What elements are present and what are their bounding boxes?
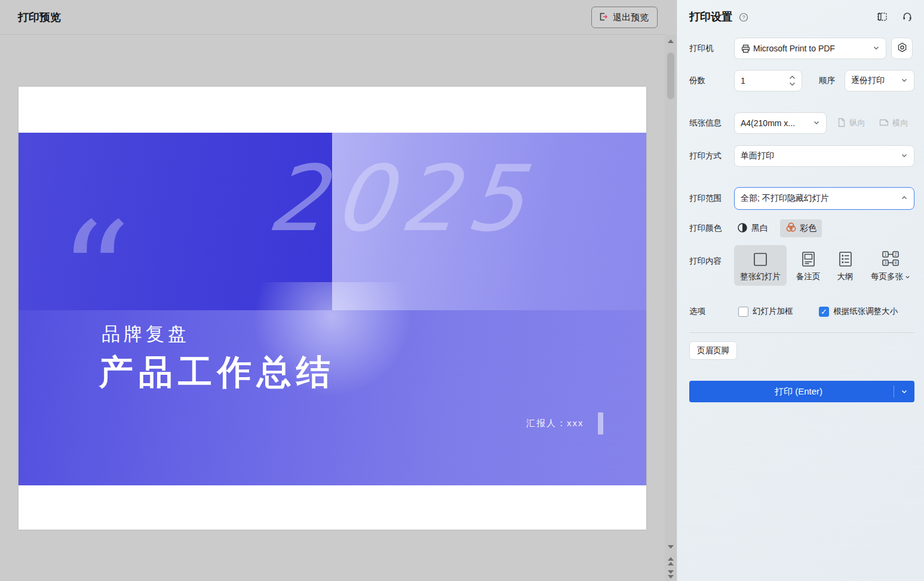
panel-title: 打印设置	[689, 10, 732, 24]
fit-checkbox-row[interactable]: ✓ 根据纸张调整大小	[819, 306, 898, 317]
printer-select[interactable]: Microsoft Print to PDF	[734, 38, 886, 59]
frame-checkbox[interactable]	[738, 307, 748, 317]
content-option-label: 备注页	[796, 271, 821, 282]
color-option-selected[interactable]: 彩色	[780, 219, 822, 237]
svg-text:2: 2	[895, 252, 897, 256]
svg-text:?: ?	[742, 14, 745, 20]
copies-value: 1	[741, 76, 745, 85]
fit-checkbox-label: 根据纸张调整大小	[833, 306, 898, 317]
content-label: 打印内容	[689, 256, 722, 267]
header-footer-label: 页眉页脚	[697, 345, 729, 356]
paper-select[interactable]: A4(210mm x...	[734, 112, 827, 134]
color-icon	[785, 222, 797, 235]
chevron-down-icon	[905, 274, 910, 280]
svg-text:1: 1	[885, 252, 887, 256]
content-multi-per-page[interactable]: 1 2 3 4 每页多张	[865, 245, 916, 286]
headset-icon[interactable]	[901, 11, 913, 25]
slide-year-text: 2025	[263, 146, 538, 252]
previous-page-button[interactable]	[668, 557, 674, 565]
options-label: 选项	[689, 304, 705, 319]
method-select[interactable]: 单面打印	[734, 145, 914, 167]
chevron-down-icon	[901, 388, 908, 395]
preview-area: 打印预览 退出预览 2025 “ 品牌复盘	[0, 0, 665, 581]
multi-per-page-icon: 1 2 3 4	[879, 247, 902, 268]
bw-option[interactable]: 黑白	[737, 220, 768, 237]
slide-accent-bar	[598, 412, 603, 435]
range-select[interactable]: 全部; 不打印隐藏幻灯片	[734, 187, 914, 210]
stepper-up-icon[interactable]	[789, 75, 796, 79]
content-notes-page[interactable]: 备注页	[791, 245, 825, 286]
print-color-label: 打印颜色	[689, 219, 722, 237]
print-options-chevron[interactable]	[894, 388, 914, 395]
chevron-up-icon	[901, 194, 908, 203]
content-whole-slide[interactable]: 整张幻灯片	[734, 245, 787, 286]
slide-preview: 2025 “ 品牌复盘 产品工作总结 汇报人：xxx	[19, 133, 646, 485]
next-page-button[interactable]	[668, 570, 674, 579]
print-settings-panel: 打印设置 ? 打印	[677, 0, 924, 581]
svg-text:3: 3	[885, 261, 887, 265]
chevron-down-icon	[873, 44, 880, 53]
order-select[interactable]: 逐份打印	[845, 70, 914, 91]
order-value: 逐份打印	[851, 75, 901, 86]
divider	[689, 332, 914, 333]
frame-checkbox-row[interactable]: 幻灯片加框	[738, 306, 793, 317]
slide-subtitle: 品牌复盘	[102, 322, 190, 347]
method-label: 打印方式	[689, 145, 722, 167]
slide-title: 产品工作总结	[99, 350, 336, 396]
range-value: 全部; 不打印隐藏幻灯片	[741, 193, 901, 204]
print-button-label: 打印 (Enter)	[689, 386, 894, 397]
page-title: 打印预览	[18, 0, 61, 35]
header-footer-button[interactable]: 页眉页脚	[689, 341, 737, 360]
landscape-label: 横向	[892, 118, 908, 129]
whole-slide-icon	[752, 247, 769, 268]
bw-icon	[737, 222, 748, 235]
frame-checkbox-label: 幻灯片加框	[753, 306, 793, 317]
content-option-label: 大纲	[837, 271, 854, 282]
portrait-button: 纵向	[837, 112, 865, 134]
printer-settings-icon	[897, 42, 908, 56]
printer-icon	[741, 44, 751, 54]
scrollbar-thumb[interactable]	[667, 53, 674, 99]
landscape-page-icon	[879, 118, 889, 129]
chevron-down-icon	[901, 76, 908, 85]
paper-label: 纸张信息	[689, 112, 722, 134]
printer-value: Microsoft Print to PDF	[753, 44, 873, 53]
bw-label: 黑白	[751, 223, 768, 234]
order-label: 顺序	[819, 70, 835, 91]
copies-label: 份数	[689, 70, 705, 91]
stepper-down-icon[interactable]	[789, 82, 796, 86]
print-page: 2025 “ 品牌复盘 产品工作总结 汇报人：xxx	[19, 87, 646, 530]
outline-icon	[837, 247, 854, 268]
svg-text:4: 4	[895, 261, 897, 265]
paper-value: A4(210mm x...	[741, 118, 813, 128]
collapse-panel-icon[interactable]	[876, 11, 888, 25]
portrait-page-icon	[837, 117, 846, 130]
content-option-label: 每页多张	[871, 271, 903, 282]
fit-checkbox[interactable]: ✓	[819, 307, 829, 317]
printer-settings-button[interactable]	[891, 38, 913, 59]
scroll-up-button[interactable]	[668, 39, 674, 43]
content-outline[interactable]: 大纲	[830, 245, 861, 286]
portrait-label: 纵向	[849, 118, 865, 129]
chevron-down-icon	[901, 151, 908, 161]
print-preview-screen: 打印预览 退出预览 2025 “ 品牌复盘	[0, 0, 924, 581]
exit-preview-label: 退出预览	[613, 12, 649, 23]
color-label: 彩色	[800, 223, 816, 234]
help-icon[interactable]: ?	[739, 13, 748, 25]
preview-header: 打印预览 退出预览	[0, 0, 665, 35]
preview-scrollbar[interactable]	[665, 35, 677, 581]
slide-reporter: 汇报人：xxx	[526, 418, 584, 429]
copies-stepper[interactable]: 1	[734, 70, 802, 91]
chevron-down-icon	[813, 118, 820, 128]
print-button[interactable]: 打印 (Enter)	[689, 381, 914, 402]
content-option-label: 整张幻灯片	[740, 271, 781, 282]
printer-label: 打印机	[689, 38, 714, 59]
landscape-button: 横向	[879, 112, 908, 134]
notes-page-icon	[800, 247, 816, 268]
exit-preview-button[interactable]: 退出预览	[591, 7, 658, 28]
method-value: 单面打印	[741, 151, 901, 161]
scroll-down-button[interactable]	[668, 545, 674, 549]
exit-preview-icon	[598, 11, 609, 24]
range-label: 打印范围	[689, 187, 722, 210]
